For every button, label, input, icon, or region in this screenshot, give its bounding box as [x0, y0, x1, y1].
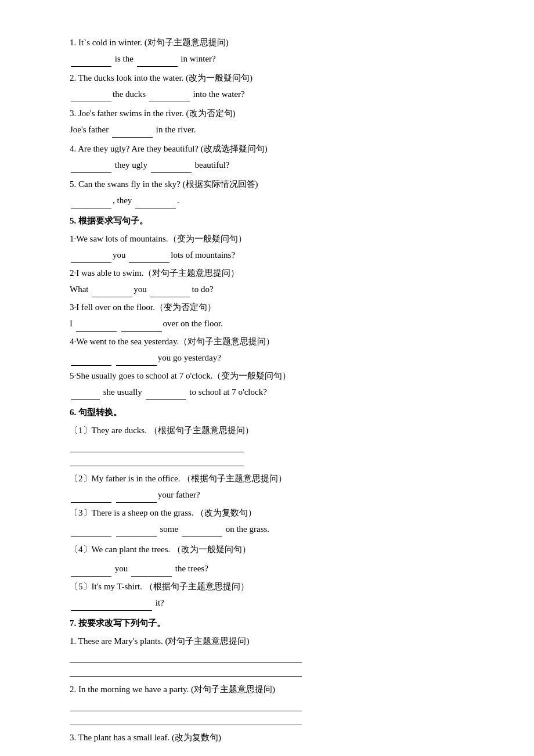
blank-18: [71, 399, 100, 400]
q3-answer: Joe's father in the river.: [70, 122, 464, 138]
q4-answer: they ugly beautiful?: [70, 157, 464, 173]
question-2: 2. The ducks look into the water. (改为一般疑…: [70, 70, 464, 102]
s5q1-text: 1·We saw lots of mountains.（变为一般疑问句）: [70, 231, 464, 247]
blank-15: [121, 331, 162, 332]
blank-5: [112, 137, 153, 138]
s5q2-answer: What you to do?: [70, 282, 464, 297]
section-5: 5. 根据要求写句子。 1·We saw lots of mountains.（…: [70, 213, 464, 400]
s7q3-line1: [70, 749, 302, 756]
s7-q1: 1. These are Mary's plants. (对句子主题意思提问): [70, 633, 464, 677]
s6-q2: 〔2〕My father is in the office. （根据句子主题意思…: [70, 471, 464, 503]
s5q4-answer: you go yesterday?: [70, 350, 464, 366]
s7-q2: 2. In the morning we have a party. (对句子主…: [70, 682, 464, 725]
blank-8: [71, 208, 111, 208]
question-1: 1. It`s cold in winter. (对句子主题意思提问) is t…: [70, 35, 464, 67]
section-6: 6. 句型转换。 〔1〕They are ducks. （根据句子主题意思提问）…: [70, 405, 464, 611]
blank-16: [71, 365, 111, 366]
blank-9: [135, 208, 176, 208]
s6q4-answer: you the trees?: [70, 561, 464, 577]
s5q2-text: 2·I was able to swim.（对句子主题意思提问）: [70, 265, 464, 281]
s5q3-text: 3·I fell over on the floor.（变为否定句）: [70, 300, 464, 315]
blank-22: [71, 537, 111, 537]
blank-11: [129, 262, 169, 263]
s5q4-text: 4·We went to the sea yesterday.（对句子主题意思提…: [70, 334, 464, 350]
s5-q3: 3·I fell over on the floor.（变为否定句） I ove…: [70, 300, 464, 332]
s7q2-text: 2. In the morning we have a party. (对句子主…: [70, 682, 464, 697]
blank-4: [149, 102, 190, 102]
q5-text: 5. Can the swans fly in the sky? (根据实际情况…: [70, 177, 464, 192]
question-5: 5. Can the swans fly in the sky? (根据实际情况…: [70, 177, 464, 208]
s7q2-line1: [70, 701, 302, 711]
blank-27: [71, 610, 152, 611]
s6-q3: 〔3〕There is a sheep on the grass. （改为复数句…: [70, 505, 464, 537]
s6q5-answer: it?: [70, 595, 464, 611]
s6q1-line2: [70, 456, 244, 466]
s7-q3: 3. The plant has a small leaf. (改为复数句): [70, 730, 464, 756]
q2-answer: the ducks into the water?: [70, 87, 464, 102]
s5q5-text: 5·She usually goes to school at 7 o'cloc…: [70, 368, 464, 384]
s6q3-text: 〔3〕There is a sheep on the grass. （改为复数句…: [70, 505, 464, 521]
q1-answer: is the in winter?: [70, 51, 464, 67]
q4-text: 4. Are they ugly? Are they beautiful? (改…: [70, 141, 464, 157]
s5-q1: 1·We saw lots of mountains.（变为一般疑问句） you…: [70, 231, 464, 263]
s6q1-text: 〔1〕They are ducks. （根据句子主题意思提问）: [70, 423, 464, 438]
blank-17: [116, 365, 157, 366]
s6q3-answer: some on the grass.: [70, 521, 464, 537]
blank-23: [116, 537, 157, 537]
blank-12: [92, 297, 132, 297]
q1-text: 1. It`s cold in winter. (对句子主题意思提问): [70, 35, 464, 51]
s6q2-text: 〔2〕My father is in the office. （根据句子主题意思…: [70, 471, 464, 487]
s5-q4: 4·We went to the sea yesterday.（对句子主题意思提…: [70, 334, 464, 366]
blank-25: [71, 576, 111, 577]
blank-1: [71, 66, 111, 67]
section-7: 7. 按要求改写下列句子。 1. These are Mary's plants…: [70, 615, 464, 756]
worksheet-container: 1. It`s cold in winter. (对句子主题意思提问) is t…: [70, 35, 464, 756]
s5q3-answer: I over on the floor.: [70, 316, 464, 332]
s7q1-line1: [70, 653, 302, 663]
q5-answer: , they .: [70, 193, 464, 208]
s5q5-answer: she usually to school at 7 o'clock?: [70, 384, 464, 400]
s6q5-text: 〔5〕It's my T-shirt. （根据句子主题意思提问）: [70, 579, 464, 595]
blank-13: [150, 297, 190, 297]
blank-26: [131, 576, 172, 577]
s5-q2: 2·I was able to swim.（对句子主题意思提问） What yo…: [70, 265, 464, 297]
s7q1-line2: [70, 667, 302, 677]
blank-21: [116, 502, 157, 503]
s6q4-text: 〔4〕We can plant the trees. （改为一般疑问句）: [70, 542, 464, 557]
blank-14: [76, 331, 117, 332]
blank-7: [151, 172, 192, 173]
blank-3: [71, 102, 111, 102]
section-6-title: 6. 句型转换。: [70, 405, 464, 420]
s7q2-line2: [70, 715, 302, 725]
s7q1-text: 1. These are Mary's plants. (对句子主题意思提问): [70, 633, 464, 649]
question-4: 4. Are they ugly? Are they beautiful? (改…: [70, 141, 464, 173]
section-5-title: 5. 根据要求写句子。: [70, 213, 464, 229]
q3-text: 3. Joe's father swims in the river. (改为否…: [70, 106, 464, 121]
s6q1-line1: [70, 442, 244, 452]
blank-24: [182, 537, 222, 537]
s6-q4: 〔4〕We can plant the trees. （改为一般疑问句） you…: [70, 542, 464, 577]
s6-q5: 〔5〕It's my T-shirt. （根据句子主题意思提问） it?: [70, 579, 464, 611]
blank-10: [71, 262, 111, 263]
s5-q5: 5·She usually goes to school at 7 o'cloc…: [70, 368, 464, 400]
blank-2: [137, 66, 178, 67]
blank-6: [71, 172, 111, 173]
s7q3-text: 3. The plant has a small leaf. (改为复数句): [70, 730, 464, 746]
q2-text: 2. The ducks look into the water. (改为一般疑…: [70, 70, 464, 86]
section-7-title: 7. 按要求改写下列句子。: [70, 615, 464, 631]
blank-20: [71, 502, 111, 503]
blank-19: [146, 399, 186, 400]
question-3: 3. Joe's father swims in the river. (改为否…: [70, 106, 464, 138]
s6-q1: 〔1〕They are ducks. （根据句子主题意思提问）: [70, 423, 464, 466]
s6q2-answer: your father?: [70, 487, 464, 503]
s5q1-answer: you lots of mountains?: [70, 247, 464, 263]
